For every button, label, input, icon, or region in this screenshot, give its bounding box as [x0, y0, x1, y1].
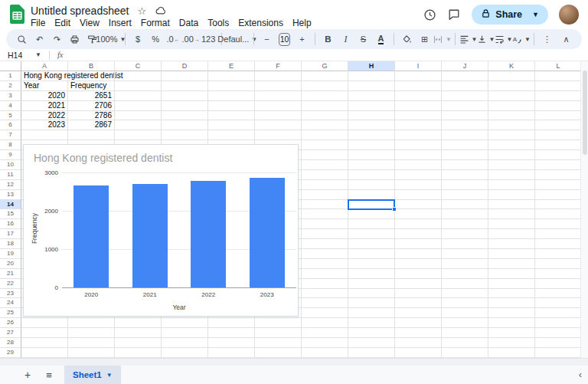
menu-item-extensions[interactable]: Extensions — [234, 17, 288, 29]
format-as-percent-button[interactable]: % — [148, 31, 164, 48]
cell-d27[interactable] — [162, 328, 208, 338]
cell-k26[interactable] — [488, 318, 535, 328]
row-header-16[interactable]: 16 — [0, 219, 21, 229]
cell-j28[interactable] — [442, 338, 488, 348]
cell-j6[interactable] — [442, 120, 488, 130]
print-button[interactable] — [67, 31, 83, 48]
sheet-tab-caret-icon[interactable]: ▼ — [106, 372, 113, 379]
cell-c28[interactable] — [115, 338, 162, 348]
cell-g1[interactable] — [302, 71, 348, 81]
cell-c6[interactable] — [115, 120, 162, 130]
cell-i18[interactable] — [395, 239, 442, 249]
cell-h2[interactable] — [348, 81, 395, 91]
vertical-align-button[interactable]: ▼ — [478, 31, 494, 48]
cell-h9[interactable] — [348, 150, 395, 160]
cell-g11[interactable] — [302, 170, 348, 180]
cell-d6[interactable] — [162, 120, 208, 130]
cell-a29[interactable] — [21, 348, 68, 358]
cell-i5[interactable] — [395, 111, 442, 121]
cell-j27[interactable] — [442, 328, 488, 338]
text-color-button[interactable]: A — [373, 31, 389, 48]
cell-a6[interactable]: 2023 — [21, 120, 68, 130]
cell-c27[interactable] — [115, 328, 162, 338]
fill-handle[interactable] — [392, 207, 397, 212]
cell-c4[interactable] — [115, 101, 162, 111]
cell-l19[interactable] — [535, 249, 580, 259]
cell-j5[interactable] — [442, 111, 488, 121]
cell-l18[interactable] — [535, 239, 580, 249]
cell-b27[interactable] — [68, 328, 115, 338]
format-as-currency-button[interactable]: $ — [130, 31, 146, 48]
cell-g12[interactable] — [302, 180, 348, 190]
cell-l26[interactable] — [535, 318, 580, 328]
cell-j16[interactable] — [442, 219, 488, 229]
cell-l7[interactable] — [535, 130, 580, 140]
cell-b7[interactable] — [68, 130, 115, 140]
cell-d5[interactable] — [162, 111, 208, 121]
sheet-tab-sheet1[interactable]: Sheet1 ▼ — [64, 366, 121, 384]
row-header-22[interactable]: 22 — [0, 279, 21, 289]
cell-e4[interactable] — [208, 101, 255, 111]
cell-d2[interactable] — [162, 81, 208, 91]
comments-icon[interactable] — [447, 8, 461, 21]
cell-g13[interactable] — [302, 190, 348, 200]
row-header-13[interactable]: 13 — [0, 190, 21, 200]
cell-k7[interactable] — [488, 130, 535, 140]
cell-k18[interactable] — [488, 239, 535, 249]
text-wrap-button[interactable]: ▼ — [495, 31, 511, 48]
cell-j3[interactable] — [442, 91, 488, 101]
cell-k29[interactable] — [488, 348, 535, 358]
cell-h6[interactable] — [348, 120, 395, 130]
cell-l16[interactable] — [535, 219, 580, 229]
cell-h1[interactable] — [348, 71, 395, 81]
menu-item-tools[interactable]: Tools — [203, 17, 234, 29]
cell-l13[interactable] — [535, 190, 580, 200]
sheets-logo-icon[interactable] — [10, 5, 24, 24]
cell-f6[interactable] — [255, 120, 302, 130]
cell-i7[interactable] — [395, 130, 442, 140]
cell-a28[interactable] — [21, 338, 68, 348]
cell-c7[interactable] — [115, 130, 162, 140]
cell-b26[interactable] — [68, 318, 115, 328]
cell-c29[interactable] — [115, 348, 162, 358]
row-header-1[interactable]: 1 — [0, 71, 21, 81]
cell-g3[interactable] — [302, 91, 348, 101]
cell-e1[interactable] — [208, 71, 255, 81]
cell-g22[interactable] — [302, 279, 348, 289]
hide-toolbar-button[interactable]: ∧ — [558, 31, 574, 48]
document-title[interactable]: Untitled spreadsheet — [31, 5, 129, 17]
search-button[interactable] — [14, 31, 30, 48]
cell-b28[interactable] — [68, 338, 115, 348]
cell-g2[interactable] — [302, 81, 348, 91]
cell-g20[interactable] — [302, 259, 348, 269]
cell-g26[interactable] — [302, 318, 348, 328]
cell-h15[interactable] — [348, 209, 395, 219]
font-select-button[interactable]: Defaul...▼ — [227, 31, 249, 48]
cell-k21[interactable] — [488, 269, 535, 279]
cell-a7[interactable] — [21, 130, 68, 140]
cell-j7[interactable] — [442, 130, 488, 140]
cell-j11[interactable] — [442, 170, 488, 180]
cell-g5[interactable] — [302, 111, 348, 121]
decrease-decimal-places-button[interactable]: .0← — [165, 31, 181, 48]
collapse-panel-chevron-icon[interactable]: ‹ — [579, 369, 582, 380]
cell-i20[interactable] — [395, 259, 442, 269]
column-header-i[interactable]: I — [395, 61, 442, 71]
cell-i2[interactable] — [395, 81, 442, 91]
row-header-3[interactable]: 3 — [0, 91, 21, 101]
cell-k4[interactable] — [488, 101, 535, 111]
cell-k24[interactable] — [488, 298, 535, 308]
cell-e3[interactable] — [208, 91, 255, 101]
cell-l28[interactable] — [535, 338, 580, 348]
column-header-j[interactable]: J — [442, 61, 488, 71]
menu-item-edit[interactable]: Edit — [50, 17, 75, 29]
cell-i16[interactable] — [395, 219, 442, 229]
cell-g27[interactable] — [302, 328, 348, 338]
cell-e7[interactable] — [208, 130, 255, 140]
version-history-icon[interactable] — [423, 8, 436, 21]
column-header-k[interactable]: K — [488, 61, 535, 71]
all-sheets-icon[interactable]: ≡ — [40, 369, 58, 381]
cell-h25[interactable] — [348, 308, 395, 318]
column-header-d[interactable]: D — [162, 61, 208, 71]
row-header-26[interactable]: 26 — [0, 318, 21, 328]
